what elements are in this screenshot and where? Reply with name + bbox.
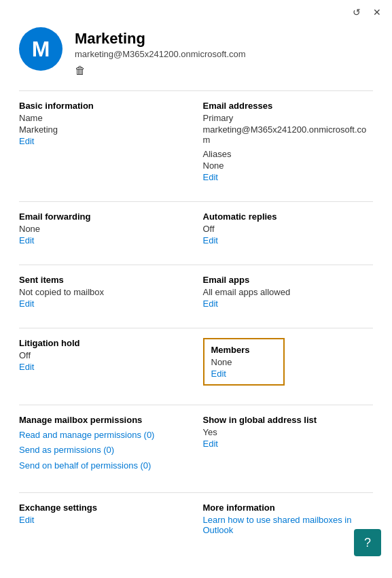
fab-button[interactable]: ? [354, 529, 381, 556]
show-global-address-title: Show in global address list [203, 415, 374, 425]
row-sent-emailapps: Sent items Not copied to mailbox Edit Em… [19, 275, 373, 318]
email-forwarding-title: Email forwarding [19, 211, 190, 222]
header-info: Marketing marketing@M365x241200.onmicros… [75, 27, 373, 77]
members-title: Members [211, 345, 277, 355]
divider-2 [19, 265, 373, 265]
sent-items-title: Sent items [19, 275, 190, 285]
section-manage-mailbox-permissions: Manage mailbox permissions Read and mana… [19, 415, 190, 473]
divider-4 [19, 405, 373, 405]
members-value: None [211, 357, 277, 367]
exchange-settings-title: Exchange settings [19, 503, 190, 513]
window: ↺ ✕ M Marketing marketing@M365x241200.on… [0, 0, 392, 578]
section-email-apps: Email apps All email apps allowed Edit [203, 275, 374, 309]
automatic-replies-edit-link[interactable]: Edit [203, 235, 218, 245]
section-exchange-settings: Exchange settings Edit [19, 503, 190, 535]
email-apps-title: Email apps [203, 275, 374, 285]
members-box: Members None Edit [203, 338, 285, 386]
primary-value: marketing@M365x241200.onmicrosoft.com [203, 124, 374, 145]
more-information-title: More information [203, 503, 374, 513]
section-sent-items: Sent items Not copied to mailbox Edit [19, 275, 190, 309]
row-basic-email: Basic information Name Marketing Edit Em… [19, 101, 373, 192]
row-litigation-members: Litigation hold Off Edit Members None Ed… [19, 338, 373, 395]
manage-mailbox-title: Manage mailbox permissions [19, 415, 190, 425]
divider-1 [19, 201, 373, 202]
divider-top [19, 90, 373, 91]
sent-items-value: Not copied to mailbox [19, 287, 190, 297]
close-button[interactable]: ✕ [370, 5, 384, 19]
divider-5 [19, 492, 373, 493]
content: Basic information Name Marketing Edit Em… [0, 90, 392, 567]
section-show-global-address: Show in global address list Yes Edit [203, 415, 374, 473]
automatic-replies-value: Off [203, 224, 374, 234]
email-apps-edit-link[interactable]: Edit [203, 299, 218, 309]
section-automatic-replies: Automatic replies Off Edit [203, 211, 374, 245]
section-basic-information: Basic information Name Marketing Edit [19, 101, 190, 182]
section-more-information: More information Learn how to use shared… [203, 503, 374, 535]
send-as-permissions-link[interactable]: Send as permissions (0) [19, 443, 190, 458]
email-forwarding-value: None [19, 224, 190, 234]
more-information-link[interactable]: Learn how to use shared mailboxes in Out… [203, 515, 352, 535]
section-email-forwarding: Email forwarding None Edit [19, 211, 190, 245]
exchange-settings-edit-link[interactable]: Edit [19, 515, 34, 525]
section-members: Members None Edit [203, 338, 374, 386]
aliases-label: Aliases [203, 149, 374, 159]
name-label: Name [19, 113, 190, 123]
email-forwarding-edit-link[interactable]: Edit [19, 235, 34, 245]
read-manage-permissions-link[interactable]: Read and manage permissions (0) [19, 428, 190, 443]
row-forwarding-replies: Email forwarding None Edit Automatic rep… [19, 211, 373, 255]
row-permissions-global: Manage mailbox permissions Read and mana… [19, 415, 373, 482]
litigation-hold-edit-link[interactable]: Edit [19, 362, 34, 372]
section-litigation-hold: Litigation hold Off Edit [19, 338, 190, 386]
header-email: marketing@M365x241200.onmicrosoft.com [75, 49, 373, 59]
aliases-value: None [203, 160, 374, 171]
header: M Marketing marketing@M365x241200.onmicr… [0, 19, 392, 90]
divider-3 [19, 328, 373, 328]
email-apps-value: All email apps allowed [203, 287, 374, 297]
litigation-hold-value: Off [19, 350, 190, 360]
send-behalf-permissions-link[interactable]: Send on behalf of permissions (0) [19, 458, 190, 473]
avatar: M [19, 27, 63, 71]
email-addresses-title: Email addresses [203, 101, 374, 111]
litigation-hold-title: Litigation hold [19, 338, 190, 348]
primary-label: Primary [203, 113, 374, 123]
fab-icon: ? [364, 536, 371, 550]
name-value: Marketing [19, 124, 190, 135]
members-edit-link[interactable]: Edit [211, 369, 226, 379]
show-global-address-edit-link[interactable]: Edit [203, 439, 218, 449]
automatic-replies-title: Automatic replies [203, 211, 374, 222]
titlebar: ↺ ✕ [0, 0, 392, 19]
basic-information-edit-link[interactable]: Edit [19, 136, 34, 146]
row-exchange-moreinfo: Exchange settings Edit More information … [19, 503, 373, 545]
basic-information-title: Basic information [19, 101, 190, 111]
refresh-button[interactable]: ↺ [350, 5, 363, 19]
page-title: Marketing [75, 30, 373, 48]
delete-icon[interactable]: 🗑 [75, 65, 86, 76]
header-actions: 🗑 [75, 65, 373, 77]
section-email-addresses: Email addresses Primary marketing@M365x2… [203, 101, 374, 182]
email-addresses-edit-link[interactable]: Edit [203, 172, 218, 182]
show-global-address-value: Yes [203, 427, 374, 437]
sent-items-edit-link[interactable]: Edit [19, 299, 34, 309]
